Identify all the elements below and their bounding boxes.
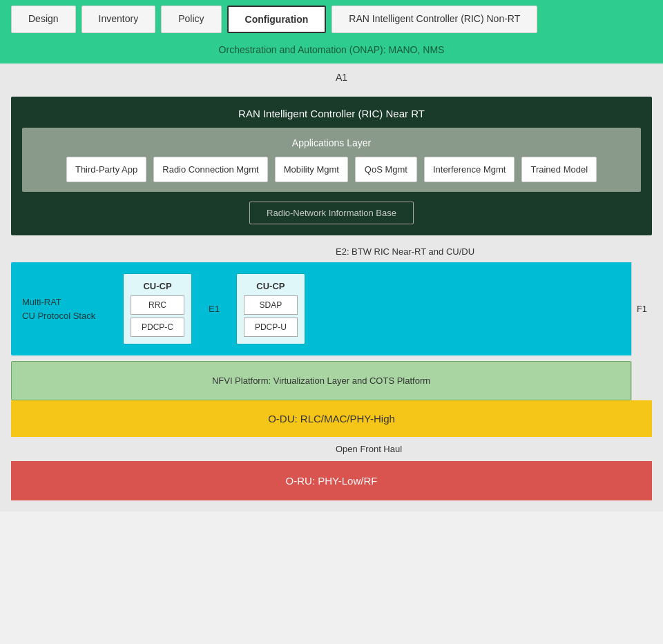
rnib-box: Radio-Network Information Base (249, 202, 414, 224)
e1-label: E1 (203, 304, 225, 314)
orchestration-bar: Orchestration and Automation (ONAP): MAN… (0, 39, 663, 64)
ric-near-rt-title: RAN Intelligent Controller (RIC) Near RT (22, 108, 641, 119)
tab-design[interactable]: Design (11, 6, 76, 33)
cu-cp-right-title: CU-CP (244, 281, 298, 291)
a1-label: A1 (336, 72, 347, 83)
tab-inventory[interactable]: Inventory (81, 6, 156, 33)
cu-main-block: Multi-RAT CU Protocol Stack CU-CP RRC PD… (11, 262, 631, 355)
f1-col-nfvi (631, 361, 652, 400)
cu-f1-row: Multi-RAT CU Protocol Stack CU-CP RRC PD… (11, 262, 652, 355)
app-qos[interactable]: QoS Mgmt (355, 157, 417, 182)
tab-policy[interactable]: Policy (161, 6, 221, 33)
app-trained-model[interactable]: Trained Model (521, 157, 597, 182)
a1-area: A1 (0, 64, 663, 91)
cu-cp-left-block: CU-CP RRC PDCP-C (123, 273, 192, 344)
cu-pdcp-u-box[interactable]: PDCP-U (244, 318, 298, 337)
ric-near-rt-block: RAN Intelligent Controller (RIC) Near RT… (11, 97, 652, 235)
applications-layer-title: Applications Layer (33, 137, 630, 148)
cu-cp-right-block: CU-CP SDAP PDCP-U (236, 273, 305, 344)
odu-bar: O-DU: RLC/MAC/PHY-High (11, 400, 652, 437)
nfvi-box: NFVI Platform: Virtualization Layer and … (11, 361, 631, 400)
cu-cp-left-title: CU-CP (131, 281, 184, 291)
app-radio-conn[interactable]: Radio Connection Mgmt (153, 157, 267, 182)
ofh-area: Open Front Haul (0, 437, 663, 461)
diagram-body: A1 RAN Intelligent Controller (RIC) Near… (0, 64, 663, 511)
apps-row: Third-Party App Radio Connection Mgmt Mo… (33, 157, 630, 182)
f1-label-col: F1 (631, 262, 652, 355)
multi-rat-label: Multi-RAT CU Protocol Stack (22, 295, 112, 322)
tab-configuration[interactable]: Configuration (227, 6, 327, 33)
cu-rrc-box[interactable]: RRC (131, 295, 184, 315)
top-navigation: Design Inventory Policy Configuration RA… (0, 0, 663, 39)
e2-area: E2: BTW RIC Near-RT and CU/DU (0, 241, 663, 262)
oru-label: O-RU: PHY-Low/RF (286, 475, 378, 487)
e2-label: E2: BTW RIC Near-RT and CU/DU (336, 246, 474, 257)
cu-sdap-box[interactable]: SDAP (244, 295, 298, 315)
app-mobility[interactable]: Mobility Mgmt (275, 157, 348, 182)
applications-layer: Applications Layer Third-Party App Radio… (22, 128, 641, 192)
nfvi-col: NFVI Platform: Virtualization Layer and … (11, 361, 631, 400)
app-interference[interactable]: Interference Mgmt (424, 157, 515, 182)
f1-label: F1 (637, 304, 647, 314)
oru-bar: O-RU: PHY-Low/RF (11, 461, 652, 500)
rnib-row: Radio-Network Information Base (22, 202, 641, 224)
cu-pdcp-c-box[interactable]: PDCP-C (131, 318, 184, 337)
multi-rat-line2: CU Protocol Stack (22, 311, 95, 321)
orchestration-label: Orchestration and Automation (ONAP): MAN… (219, 44, 445, 55)
cu-inner: Multi-RAT CU Protocol Stack CU-CP RRC PD… (22, 273, 620, 344)
nfvi-f1-row: NFVI Platform: Virtualization Layer and … (11, 361, 652, 400)
multi-rat-line1: Multi-RAT (22, 297, 61, 307)
app-third-party[interactable]: Third-Party App (66, 157, 146, 182)
ofh-label: Open Front Haul (336, 444, 402, 454)
tab-ric-non-rt[interactable]: RAN Intelligent Controller (RIC) Non-RT (332, 6, 537, 33)
odu-label: O-DU: RLC/MAC/PHY-High (268, 413, 395, 425)
